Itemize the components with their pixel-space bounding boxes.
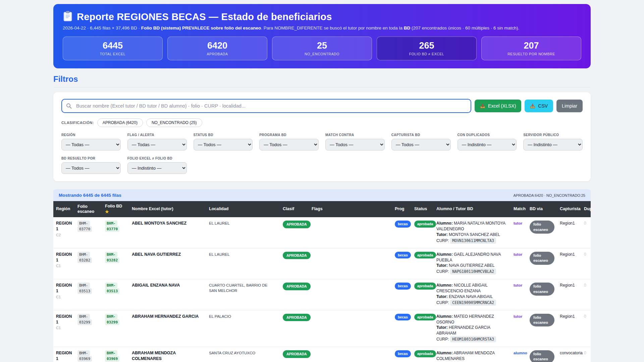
localidad-cell: EL LAUREL: [209, 252, 268, 257]
folio-bd-chip: BHM-03299: [105, 314, 119, 325]
classification-chip[interactable]: APROBADA (6420): [97, 118, 143, 127]
col-region: Región: [53, 201, 75, 217]
filter-field: FLAG / ALERTA — Todas —: [127, 133, 187, 150]
tutor-label: Tutor:: [436, 232, 448, 237]
filter-select[interactable]: — Todas —: [61, 139, 121, 150]
filter-label: REGIÓN: [61, 133, 121, 137]
stat-card: 265 FOLIO BD ≠ EXCEL: [377, 37, 477, 60]
clasif-badge: APROBADA: [283, 314, 311, 321]
section-divider: [53, 87, 591, 87]
col-folio-escaneo: Folio escaneo: [75, 201, 102, 217]
col-folio-bd: Folio BD ★: [102, 201, 129, 217]
folio-bd-chip: BHM-03513: [105, 283, 119, 294]
capturista-cell: Region1: [560, 252, 575, 257]
match-link[interactable]: tutor: [514, 314, 522, 318]
col-alumno-tutor: Alumno / Tutor BD: [434, 201, 511, 217]
folio-bd-chip: BHM-03969: [105, 350, 119, 362]
results-breakdown: APROBADA:6420 · NO_ENCONTRADO:25: [513, 193, 585, 197]
folio-bd-chip: BHM-03282: [105, 252, 119, 263]
filter-label: MATCH CONTRA: [325, 133, 385, 137]
zona-label: C2: [56, 233, 72, 238]
stat-value: 207: [484, 41, 578, 51]
stat-label: TOTAL EXCEL: [66, 52, 160, 56]
table-row: REGION 1 C1 BHM-03513 BHM-03513 ABIGAIL …: [53, 279, 591, 310]
capturista-cell: convocatoria: [560, 351, 583, 355]
filter-field: BD RESUELTO POR — Todos —: [61, 157, 121, 174]
localidad-cell: CUARTO CUARTEL, BARRIO DE SAN MELCHOR: [209, 283, 268, 293]
inbox-download-icon: [530, 104, 535, 109]
results-bar: Mostrando 6445 de 6445 filas APROBADA:64…: [53, 189, 591, 201]
filters-panel: Excel (XLSX) CSV Limpiar CLASIFICACIÓN: …: [53, 92, 591, 181]
col-clasif: Clasif: [280, 201, 309, 217]
stat-card: 25 NO_ENCONTRADO: [272, 37, 372, 60]
status-badge: aprobada: [414, 350, 436, 357]
col-bd-via: BD via: [527, 201, 557, 217]
col-match: Match: [511, 201, 527, 217]
tutor-bd-name: ENZANA NAVA ABIGAIL: [449, 294, 493, 299]
match-link[interactable]: tutor: [514, 283, 522, 287]
filter-select[interactable]: — Indistinto —: [523, 139, 583, 150]
export-csv-label: CSV: [538, 103, 548, 109]
alumno-label: Alumno:: [436, 314, 453, 319]
filter-select[interactable]: — Indistinto —: [127, 162, 187, 174]
beneficiaries-table: Región Folio escaneo Folio BD ★ Nombre E…: [53, 201, 591, 362]
folio-escaneo-chip: BHM-03282: [77, 252, 92, 263]
curp-label: CURP:: [436, 337, 449, 342]
alumno-label: Alumno:: [436, 221, 453, 226]
filter-label: BD RESUELTO POR: [61, 157, 121, 160]
stat-value: 265: [380, 41, 474, 51]
match-link[interactable]: tutor: [514, 252, 522, 256]
export-csv-button[interactable]: CSV: [525, 100, 553, 112]
filter-select[interactable]: — Todos —: [259, 139, 319, 150]
match-link[interactable]: alumno: [514, 351, 527, 355]
filter-field: REGIÓN — Todas —: [61, 133, 121, 150]
filter-select[interactable]: — Todas —: [127, 139, 187, 150]
filter-select[interactable]: — Todos —: [194, 139, 253, 150]
filters-grid-row2: BD RESUELTO POR — Todos — FOLIO EXCEL ≠ …: [61, 157, 583, 174]
filter-select[interactable]: — Todos —: [61, 162, 121, 174]
col-dup: Dup: [581, 201, 591, 217]
filter-select[interactable]: — Todos —: [391, 139, 451, 150]
classification-chip[interactable]: NO_ENCONTRADO (25): [146, 118, 202, 127]
bd-via-badge: folio escaneo: [530, 350, 554, 362]
curp-label: CURP:: [436, 300, 449, 305]
col-status: Status: [412, 201, 434, 217]
tutor-bd-name: MONTOYA SANCHEZ ABEL: [449, 232, 500, 237]
dup-count: 0: [584, 351, 586, 355]
filter-field: MATCH CONTRA — Todos —: [325, 133, 385, 150]
table-row: REGION 1 C1 BHM-03299 BHM-03299 ABRAHAM …: [53, 310, 591, 347]
filter-select[interactable]: — Indistinto —: [458, 139, 517, 150]
match-link[interactable]: tutor: [514, 221, 522, 225]
bd-via-badge: folio escaneo: [530, 283, 554, 296]
region-cell: REGION 1: [56, 252, 72, 263]
filter-select[interactable]: — Todos —: [325, 139, 385, 150]
status-badge: aprobada: [414, 221, 436, 228]
bd-via-badge: folio escaneo: [530, 221, 554, 234]
table-header-row: Región Folio escaneo Folio BD ★ Nombre E…: [53, 201, 591, 217]
clasif-badge: APROBADA: [283, 350, 311, 358]
status-badge: aprobada: [414, 283, 436, 290]
tutor-bd-name: NAVA GUTIERREZ ABEL: [449, 263, 494, 268]
stat-value: 6445: [66, 41, 160, 51]
filter-field: CAPTURISTA BD — Todos —: [391, 133, 451, 150]
curp-chip: CEEN190905MMCRNCA2: [450, 300, 496, 306]
stat-label: RESUELTO POR NOMBRE: [484, 52, 578, 56]
alumno-label: Alumno:: [436, 351, 453, 355]
search-input[interactable]: [61, 99, 471, 113]
stat-value: 25: [275, 41, 369, 51]
export-excel-button[interactable]: Excel (XLSX): [475, 100, 521, 112]
tutor-label: Tutor:: [436, 294, 448, 299]
tutor-excel-name: ABRAHAM MENDOZA COLMENARES: [132, 351, 176, 361]
col-prog: Prog: [392, 201, 412, 217]
report-subtitle: 2026-04-22 · 6,445 filas × 37,496 BD · F…: [63, 25, 581, 31]
filter-label: CAPTURISTA BD: [391, 133, 451, 137]
filter-label: STATUS BD: [194, 133, 253, 137]
region-cell: REGION 1: [56, 283, 72, 294]
stat-card: 6445 TOTAL EXCEL: [63, 37, 163, 60]
page-container: Reporte REGIONES BECAS — Estado de benef…: [53, 4, 591, 362]
stat-value: 6420: [170, 41, 264, 51]
programa-badge: becas: [395, 221, 411, 228]
filter-label: CON DUPLICADOS: [458, 133, 517, 137]
clear-filters-button[interactable]: Limpiar: [556, 100, 583, 112]
tutor-excel-name: ABRAHAM HERNANDEZ GARCIA: [132, 314, 199, 319]
